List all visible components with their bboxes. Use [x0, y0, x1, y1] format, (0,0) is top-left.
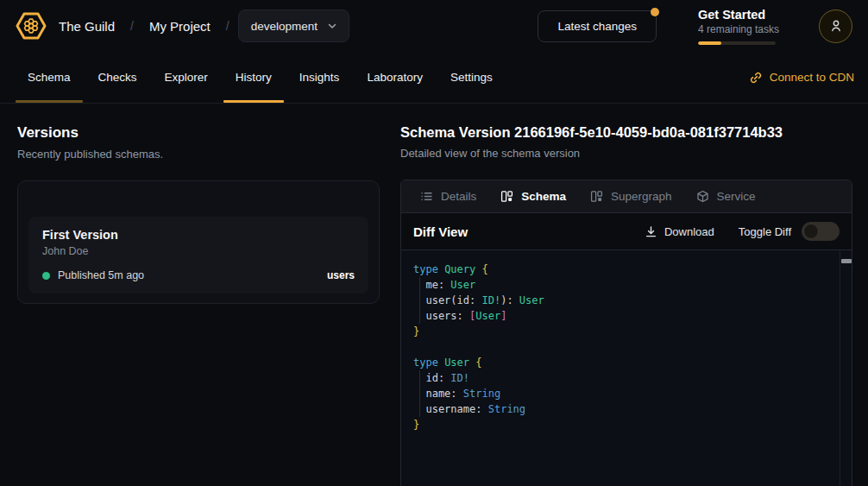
top-header: The Guild / My Project / development Lat…: [0, 0, 868, 52]
target-nav: Schema Checks Explorer History Insights …: [0, 52, 868, 104]
version-list-item[interactable]: First Version John Doe Published 5m ago …: [28, 217, 368, 293]
panel-tab-supergraph[interactable]: Supergraph: [578, 180, 684, 212]
download-button[interactable]: Download: [645, 225, 714, 238]
version-status: Published 5m ago: [58, 269, 144, 281]
breadcrumb-project[interactable]: My Project: [149, 19, 211, 34]
nav-tab-insights[interactable]: Insights: [286, 52, 354, 103]
service-badge: users: [327, 269, 355, 281]
get-started-progressbar: [698, 41, 776, 45]
breadcrumb-separator: /: [226, 19, 230, 33]
scrollbar-thumb[interactable]: [841, 259, 852, 263]
panel-tab-list: Details Schema Supergr: [401, 180, 852, 213]
published-status-dot: [42, 272, 50, 280]
versions-section: Versions Recently published schemas. Fir…: [17, 124, 380, 304]
schema-version-panel: Details Schema Supergr: [400, 180, 852, 486]
nav-tab-laboratory[interactable]: Laboratory: [353, 52, 437, 103]
breadcrumb: The Guild / My Project /: [59, 19, 230, 34]
schema-code-viewer[interactable]: type Query { me: User user(id: ID!): Use…: [401, 249, 852, 486]
version-author: John Doe: [42, 245, 355, 257]
nav-tab-settings[interactable]: Settings: [437, 52, 506, 103]
progress-fill: [698, 41, 721, 45]
tab-underline: [16, 100, 83, 103]
nav-tab-history[interactable]: History: [222, 52, 286, 103]
toggle-diff-control: Toggle Diff: [739, 222, 840, 241]
panel-tab-schema[interactable]: Schema: [488, 180, 578, 212]
version-meta-row: Published 5m ago users: [42, 269, 355, 281]
toggle-diff-label: Toggle Diff: [739, 225, 791, 238]
indent-guide: [419, 277, 420, 324]
chevron-down-icon: [326, 20, 338, 32]
download-icon: [645, 225, 657, 238]
cube-icon: [696, 190, 709, 203]
hive-logo-icon[interactable]: [14, 9, 48, 43]
panel-tab-service[interactable]: Service: [684, 180, 768, 212]
target-select-value: development: [251, 20, 318, 33]
active-tab-underline: [223, 100, 284, 103]
versions-subtitle: Recently published schemas.: [17, 148, 380, 161]
get-started-subtitle: 4 remaining tasks: [698, 23, 776, 35]
columns-icon: [590, 190, 603, 203]
main-content: Versions Recently published schemas. Fir…: [0, 104, 868, 486]
user-avatar-button[interactable]: [819, 9, 852, 43]
diff-view-toolbar: Diff View Download Toggle Diff: [401, 213, 852, 249]
get-started-widget[interactable]: Get Started 4 remaining tasks: [698, 8, 776, 45]
connect-to-cdn-link[interactable]: Connect to CDN: [749, 52, 854, 103]
schema-version-title: Schema Version 2166196f-5e10-4059-bd0a-0…: [400, 124, 852, 141]
version-name: First Version: [42, 228, 355, 242]
latest-changes-button[interactable]: Latest changes: [538, 10, 657, 42]
get-started-title: Get Started: [698, 8, 776, 22]
versions-title: Versions: [17, 124, 380, 142]
target-select-dropdown[interactable]: development: [238, 9, 349, 42]
breadcrumb-separator: /: [130, 19, 134, 33]
notification-dot: [651, 8, 659, 16]
nav-tab-checks[interactable]: Checks: [85, 52, 151, 103]
nav-tab-explorer[interactable]: Explorer: [151, 52, 222, 103]
indent-guide: [419, 370, 420, 417]
schema-version-subtitle: Detailed view of the schema version: [400, 147, 852, 160]
diff-view-title: Diff View: [413, 224, 468, 239]
code-content: type Query { me: User user(id: ID!): Use…: [413, 262, 840, 432]
user-icon: [828, 18, 844, 34]
panel-tab-details[interactable]: Details: [408, 180, 488, 212]
schema-version-section: Schema Version 2166196f-5e10-4059-bd0a-0…: [400, 124, 852, 486]
link-icon: [749, 71, 763, 85]
latest-changes-label: Latest changes: [557, 20, 637, 33]
toggle-diff-switch[interactable]: [802, 222, 840, 241]
columns-icon: [500, 190, 513, 203]
code-scrollbar[interactable]: [840, 250, 852, 486]
switch-knob: [803, 224, 819, 239]
breadcrumb-org[interactable]: The Guild: [59, 19, 115, 34]
versions-list-card: First Version John Doe Published 5m ago …: [17, 180, 380, 304]
list-icon: [420, 190, 433, 203]
nav-tab-schema[interactable]: Schema: [14, 52, 85, 103]
